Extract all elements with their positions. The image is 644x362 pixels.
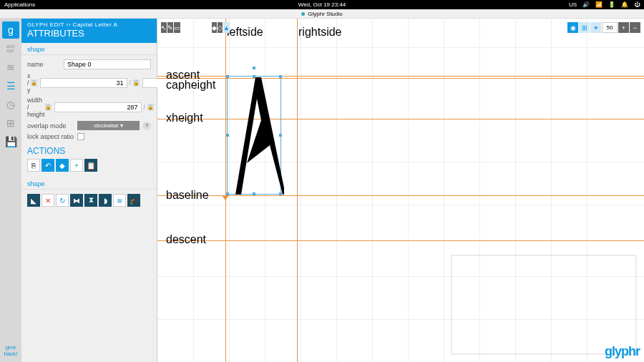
shape-btn-8[interactable]: 🎓: [127, 194, 140, 207]
tray-volume-icon[interactable]: 🔊: [582, 1, 590, 8]
help-icon[interactable]: ?: [142, 122, 151, 130]
nav-save-icon[interactable]: 💾: [2, 133, 19, 150]
shape-btn-1[interactable]: ◣: [27, 194, 40, 207]
layers-button[interactable]: ≋: [113, 194, 126, 207]
glyph-canvas[interactable]: leftside rightside ascent capheight xhei…: [157, 19, 644, 362]
tools-topright: ◉ ⊞ ✦ 50 + −: [567, 22, 640, 33]
view-1-icon[interactable]: ◉: [567, 22, 578, 33]
give-back-link[interactable]: give back!: [4, 345, 17, 358]
nav-glyph-icon[interactable]: g: [2, 21, 19, 39]
zoom-value[interactable]: 50: [602, 22, 618, 33]
name-label: name: [27, 61, 64, 68]
brand-logo: glyphr: [605, 344, 640, 359]
lock-x-icon[interactable]: 🔒: [31, 79, 37, 87]
lock-aspect-label: lock aspect ratio: [27, 133, 77, 140]
wh-label: width / height: [27, 97, 45, 118]
lock-y-icon[interactable]: 🔒: [133, 79, 140, 87]
nav-checklist-icon[interactable]: ☰: [2, 77, 19, 94]
watermark: [451, 255, 637, 355]
attributes-panel: GLYPH EDIT ›› Capital Letter A ATTRIBUTE…: [21, 19, 157, 362]
breadcrumb[interactable]: GLYPH EDIT ›› Capital Letter A: [27, 21, 151, 28]
tray-input[interactable]: US: [569, 1, 577, 8]
tool-5-icon[interactable]: ◇: [218, 22, 223, 33]
overlap-label: overlap mode: [27, 122, 77, 129]
panel-title: ATTRIBUTES: [27, 28, 151, 39]
nav-history-icon[interactable]: ◷: [2, 96, 19, 113]
actions-title: ACTIONS: [21, 142, 157, 157]
width-input[interactable]: [54, 102, 142, 112]
shape-actions-label: shape: [21, 177, 157, 190]
apps-menu[interactable]: Applications: [4, 1, 35, 8]
tools-topleft: ↖ ✎ ▭ ◆ ◇ ▲: [161, 22, 230, 33]
flip-h-button[interactable]: ⧓: [70, 194, 83, 207]
delete-shape-button[interactable]: ✕: [42, 194, 54, 207]
overlap-dropdown[interactable]: clockwise ▾: [77, 121, 140, 130]
tray-power-icon[interactable]: ⏻: [634, 1, 640, 8]
tool-arrow-icon[interactable]: ↖: [161, 22, 167, 33]
os-topbar: Applications Wed, Oct 19 23:44 US 🔊 📶 🔋 …: [0, 0, 644, 9]
panel-header: GLYPH EDIT ›› Capital Letter A ATTRIBUTE…: [21, 19, 157, 43]
x-input[interactable]: [40, 78, 127, 88]
tray-notify-icon[interactable]: 🔔: [621, 1, 628, 8]
add-button[interactable]: ＋: [70, 159, 83, 172]
nav-iconbar: g abcxyz ≋ ☰ ◷ ⊞ 💾 give back!: [0, 19, 21, 362]
tool-pen-icon[interactable]: ✎: [167, 22, 173, 33]
tray-network-icon[interactable]: 📶: [595, 1, 602, 8]
tool-rect-icon[interactable]: ▭: [174, 22, 180, 33]
window-titlebar: Glyphr Studio: [0, 9, 644, 19]
shape-section-label: shape: [21, 43, 157, 55]
zoom-out-button[interactable]: −: [630, 22, 640, 33]
lock-h-icon[interactable]: 🔒: [147, 104, 154, 111]
undo-button[interactable]: ↶: [42, 159, 54, 172]
glyph-shape[interactable]: [227, 77, 284, 197]
nav-abc-icon[interactable]: abcxyz: [2, 40, 19, 57]
paste-button[interactable]: 📋: [84, 159, 97, 172]
view-2-icon[interactable]: ⊞: [579, 22, 590, 33]
flip-v-button[interactable]: ⧗: [84, 194, 97, 207]
tray-battery-icon[interactable]: 🔋: [608, 1, 615, 8]
zoom-in-button[interactable]: +: [618, 22, 629, 33]
lock-w-icon[interactable]: 🔒: [45, 104, 52, 111]
tool-pointer-icon[interactable]: ▲: [223, 22, 230, 33]
window-title: Glyphr Studio: [308, 11, 342, 17]
add-shape-button[interactable]: ◆: [56, 159, 69, 172]
rotate-button[interactable]: ↻: [56, 194, 69, 207]
lock-aspect-checkbox[interactable]: [77, 133, 84, 140]
view-3-icon[interactable]: ✦: [590, 22, 601, 33]
tool-4-icon[interactable]: ◆: [212, 22, 217, 33]
os-tray: US 🔊 📶 🔋 🔔 ⏻: [569, 1, 640, 8]
nav-guides-icon[interactable]: ⊞: [2, 114, 19, 132]
favicon-icon: [301, 12, 305, 16]
os-datetime: Wed, Oct 19 23:44: [298, 1, 346, 8]
copy-button[interactable]: ⎘: [27, 159, 40, 172]
nav-layers-icon[interactable]: ≋: [2, 59, 19, 76]
shape-btn-6[interactable]: ◗: [99, 194, 112, 207]
name-input[interactable]: [64, 59, 151, 69]
